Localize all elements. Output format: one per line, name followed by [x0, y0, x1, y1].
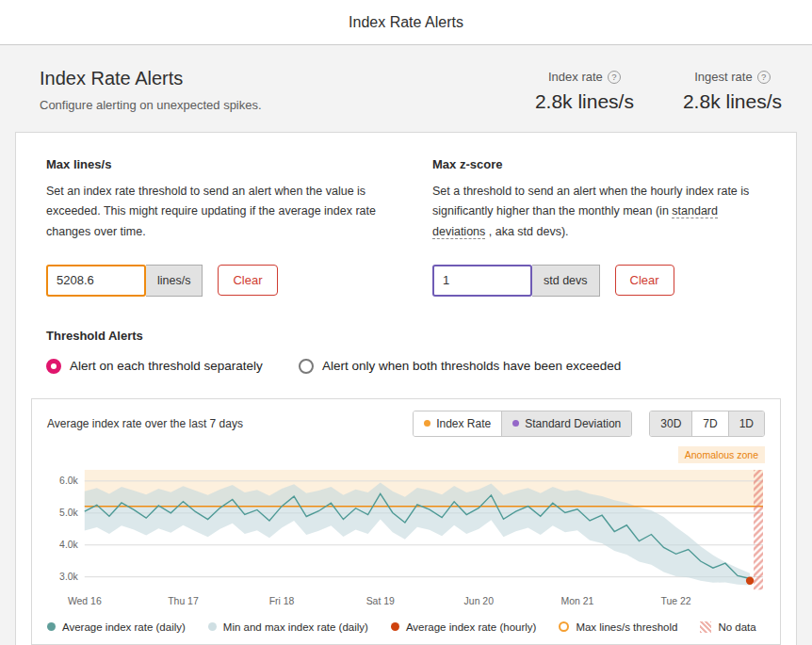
- ingest-rate-label: Ingest rate: [694, 70, 752, 84]
- radio-alert-separately[interactable]: Alert on each threshold separately: [46, 359, 263, 374]
- svg-text:5.0k: 5.0k: [59, 508, 79, 518]
- series-toggle-group: Index Rate Standard Deviation: [413, 411, 632, 437]
- toggle-label: Index Rate: [436, 417, 491, 430]
- toggle-index-rate[interactable]: Index Rate: [414, 411, 501, 436]
- section-title: Index Rate Alerts: [40, 68, 262, 89]
- legend-label: Average index rate (daily): [62, 621, 186, 633]
- max-zscore-input[interactable]: [432, 265, 532, 297]
- max-lines-input-row: lines/s Clear: [46, 265, 380, 297]
- threshold-columns: Max lines/s Set an index rate threshold …: [31, 157, 781, 297]
- chart-controls: Index Rate Standard Deviation 30D 7D 1D: [413, 411, 765, 437]
- legend-daily-avg: Average index rate (daily): [47, 621, 186, 633]
- legend-label: No data: [718, 621, 755, 633]
- radio-alert-both[interactable]: Alert only when both thresholds have bee…: [299, 359, 621, 374]
- radio-label: Alert on each threshold separately: [70, 359, 263, 373]
- radio-icon: [46, 359, 61, 374]
- max-lines-input[interactable]: [46, 265, 146, 297]
- svg-text:Mon 21: Mon 21: [561, 596, 594, 606]
- index-rate-value: 2.8k lines/s: [535, 90, 634, 113]
- page-header: Index Rate Alerts Configure alerting on …: [0, 45, 812, 132]
- max-lines-section: Max lines/s Set an index rate threshold …: [46, 157, 380, 297]
- section-subtitle: Configure alerting on unexpected spikes.: [40, 98, 262, 112]
- max-lines-input-group: lines/s: [46, 265, 203, 297]
- max-zscore-input-row: std devs Clear: [432, 265, 766, 297]
- svg-text:6.0k: 6.0k: [59, 476, 79, 486]
- svg-text:Tue 22: Tue 22: [661, 596, 691, 606]
- svg-text:Thu 17: Thu 17: [168, 596, 199, 606]
- threshold-alerts-section: Threshold Alerts Alert on each threshold…: [31, 329, 781, 374]
- max-zscore-input-group: std devs: [432, 265, 600, 297]
- zscore-desc-suffix: , aka std devs).: [485, 225, 568, 238]
- clear-max-lines-button[interactable]: Clear: [218, 265, 277, 296]
- min-max-dot-icon: [208, 622, 217, 631]
- threshold-alerts-options: Alert on each threshold separately Alert…: [46, 359, 766, 374]
- ingest-rate-stat: Ingest rate ? 2.8k lines/s: [683, 70, 782, 113]
- legend-hourly-avg: Average index rate (hourly): [391, 621, 537, 633]
- legend-label: Max lines/s threshold: [576, 621, 677, 633]
- svg-text:Wed 16: Wed 16: [68, 596, 102, 606]
- threshold-alerts-title: Threshold Alerts: [46, 329, 766, 343]
- svg-text:Sat 19: Sat 19: [366, 596, 395, 606]
- standard-deviation-dot-icon: [512, 420, 519, 427]
- max-lines-title: Max lines/s: [46, 157, 380, 171]
- alerts-settings-card: Max lines/s Set an index rate threshold …: [15, 132, 797, 645]
- range-7d-button[interactable]: 7D: [691, 411, 727, 436]
- svg-text:Fri 18: Fri 18: [269, 596, 295, 606]
- toggle-standard-deviation[interactable]: Standard Deviation: [501, 411, 631, 436]
- legend-threshold: Max lines/s threshold: [559, 621, 677, 633]
- ingest-rate-value: 2.8k lines/s: [683, 90, 782, 113]
- daily-avg-dot-icon: [47, 622, 56, 631]
- radio-icon: [299, 359, 314, 374]
- window-title: Index Rate Alerts: [349, 14, 463, 31]
- index-rate-label-row: Index rate ?: [535, 70, 634, 84]
- legend-min-max: Min and max index rate (daily): [208, 621, 368, 633]
- chart-title: Average index rate over the last 7 days: [47, 417, 243, 430]
- clear-max-zscore-button[interactable]: Clear: [615, 265, 674, 296]
- radio-label: Alert only when both thresholds have bee…: [322, 359, 621, 373]
- no-data-hatch-icon: [700, 621, 711, 633]
- range-label: 7D: [703, 417, 717, 430]
- ingest-rate-label-row: Ingest rate ?: [683, 70, 782, 84]
- hourly-avg-dot-icon: [391, 622, 399, 631]
- anomalous-zone-row: Anomalous zone: [47, 446, 765, 463]
- range-label: 1D: [739, 417, 754, 430]
- lines-unit-addon: lines/s: [146, 265, 203, 297]
- help-icon[interactable]: ?: [608, 71, 621, 84]
- max-lines-description: Set an index rate threshold to send an a…: [46, 182, 380, 242]
- toggle-label: Standard Deviation: [525, 417, 621, 430]
- max-zscore-description: Set a threshold to send an alert when th…: [432, 182, 766, 242]
- chart-legend: Average index rate (daily) Min and max i…: [47, 621, 765, 633]
- chart-panel: Average index rate over the last 7 days …: [31, 398, 781, 645]
- top-title-bar: Index Rate Alerts: [0, 0, 812, 45]
- svg-text:Jun 20: Jun 20: [464, 596, 495, 606]
- stddevs-unit-addon: std devs: [532, 265, 600, 297]
- time-range-group: 30D 7D 1D: [649, 411, 765, 437]
- help-icon[interactable]: ?: [757, 71, 771, 84]
- range-30d-button[interactable]: 30D: [650, 411, 691, 436]
- max-zscore-section: Max z-score Set a threshold to send an a…: [432, 157, 766, 297]
- legend-no-data: No data: [700, 621, 755, 633]
- rate-stats: Index rate ? 2.8k lines/s Ingest rate ? …: [535, 68, 782, 113]
- svg-text:4.0k: 4.0k: [59, 540, 79, 550]
- index-rate-label: Index rate: [548, 70, 603, 84]
- threshold-ring-icon: [559, 621, 569, 632]
- index-rate-chart: 3.0k4.0k5.0k6.0kWed 16Thu 17Fri 18Sat 19…: [47, 464, 765, 612]
- legend-label: Min and max index rate (daily): [223, 621, 368, 633]
- page-header-text: Index Rate Alerts Configure alerting on …: [40, 68, 262, 112]
- index-rate-dot-icon: [424, 420, 430, 427]
- chart-header: Average index rate over the last 7 days …: [47, 411, 765, 437]
- index-rate-stat: Index rate ? 2.8k lines/s: [535, 70, 634, 113]
- range-1d-button[interactable]: 1D: [728, 411, 764, 436]
- legend-label: Average index rate (hourly): [406, 621, 537, 633]
- svg-text:3.0k: 3.0k: [59, 572, 79, 582]
- anomalous-zone-label: Anomalous zone: [678, 446, 765, 463]
- max-zscore-title: Max z-score: [432, 157, 766, 171]
- range-label: 30D: [660, 417, 681, 430]
